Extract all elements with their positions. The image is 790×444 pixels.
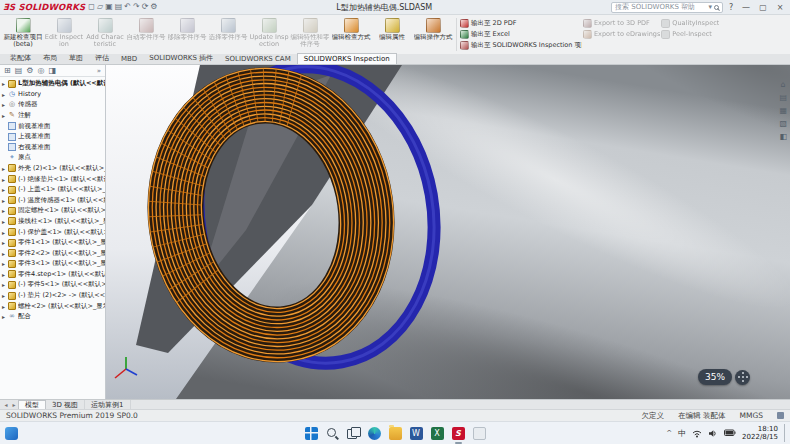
export-sw-inspection-project-button[interactable]: 输出至 SOLIDWORKS Inspection 项目: [460, 40, 582, 50]
feature-tree-item[interactable]: 零件2<2> (默认<<默认>_显示状态: [0, 248, 105, 259]
edit-inspection-method-button[interactable]: 编辑检查方式: [331, 16, 371, 53]
dimxpertmanager-tab-icon[interactable]: ◎: [37, 67, 44, 75]
search-input[interactable]: 搜索 SOLIDWORKS 帮助: [611, 2, 723, 13]
3d-model-view[interactable]: [106, 65, 790, 399]
search-icon[interactable]: [326, 427, 339, 440]
feature-tree-item[interactable]: 上视基准面: [0, 131, 105, 142]
status-tag-icon[interactable]: [777, 412, 784, 419]
feature-tree-item[interactable]: History: [0, 89, 105, 100]
tab-3d-views[interactable]: 3D 视图: [46, 400, 85, 409]
peelinspect-button[interactable]: Peel-Inspect: [661, 29, 719, 39]
maximize-button[interactable]: ▢: [756, 0, 770, 15]
open-file-icon[interactable]: ▱: [97, 3, 103, 11]
feature-tree-item[interactable]: 右视基准面: [0, 142, 105, 153]
featuremanager-tree-tab-icon[interactable]: ⊞: [4, 67, 11, 75]
feature-tree-item[interactable]: (-) 保护盖<1> (默认<<默认>_显示状: [0, 227, 105, 238]
feature-tree-item[interactable]: 前视基准面: [0, 121, 105, 132]
close-button[interactable]: ×: [773, 0, 787, 15]
ime-indicator[interactable]: 中: [678, 428, 686, 439]
edit-properties-button[interactable]: 编辑属性: [372, 16, 412, 53]
feature-tree-item[interactable]: 螺栓<2> (默认<<默认>_显示状态-: [0, 301, 105, 312]
appearances-icon[interactable]: ◧: [779, 133, 787, 141]
tab-mbd[interactable]: MBD: [115, 54, 143, 64]
taskview-icon[interactable]: [347, 427, 360, 440]
propertymanager-tab-icon[interactable]: ▤: [15, 67, 23, 75]
edit-inspection-button[interactable]: Edit Inspection: [44, 16, 84, 53]
tab-sketch[interactable]: 草图: [63, 52, 89, 64]
volume-icon[interactable]: [708, 429, 718, 438]
add-characteristic-button[interactable]: Add Characteristic: [85, 16, 125, 53]
tab-model[interactable]: 模型: [18, 400, 46, 409]
export-edrawings-button[interactable]: Export to eDrawings: [583, 29, 660, 39]
export-2d-pdf-button[interactable]: 输出至 2D PDF: [460, 18, 582, 28]
update-inspection-button[interactable]: Update Inspection: [249, 16, 289, 53]
tab-layout[interactable]: 布局: [37, 52, 63, 64]
feature-tree-item[interactable]: 零件1<1> (默认<<默认>_显示状态-: [0, 237, 105, 248]
battery-icon[interactable]: [724, 429, 736, 437]
feature-tree-item[interactable]: 原点: [0, 153, 105, 164]
feature-tree-item[interactable]: (-) 温度传感器<1> (默认<<默认>_显: [0, 195, 105, 206]
feature-tree-item[interactable]: 传感器: [0, 100, 105, 111]
edit-characteristics-balloons-button[interactable]: 编辑特性和零件序号: [290, 16, 330, 53]
feature-tree-item[interactable]: (-) 绝缘垫片<1> (默认<<默认>_显示状: [0, 174, 105, 185]
configurationmanager-tab-icon[interactable]: ⚙: [26, 67, 33, 75]
feature-tree-item[interactable]: 配合: [0, 311, 105, 322]
feature-tree-item[interactable]: 外壳 (2)<1> (默认<<默认>_显示状态-1: [0, 163, 105, 174]
displaymanager-tab-icon[interactable]: ◨: [48, 67, 56, 75]
word-icon[interactable]: [410, 427, 423, 440]
new-file-icon[interactable]: ◻: [88, 3, 95, 11]
excel-icon[interactable]: [431, 427, 444, 440]
tab-sw-addins[interactable]: SOLIDWORKS 插件: [143, 52, 219, 64]
wifi-icon[interactable]: [692, 429, 702, 438]
taskbar-clock[interactable]: 18:10 2022/8/15: [742, 425, 778, 441]
tab-sw-inspection[interactable]: SOLIDWORKS Inspection: [297, 53, 397, 64]
help-button[interactable]: ?: [726, 3, 736, 12]
tab-sw-cam[interactable]: SOLIDWORKS CAM: [219, 54, 297, 64]
rebuild-icon[interactable]: ⟳: [142, 3, 149, 11]
export-3d-pdf-button[interactable]: Export to 3D PDF: [583, 18, 660, 28]
qualityinspect-button[interactable]: QualityInspect: [661, 18, 719, 28]
units-indicator[interactable]: MMGS: [739, 411, 763, 420]
feature-tree-item[interactable]: (-) 零件5<1> (默认<<默认>_显示状: [0, 280, 105, 291]
file-explorer-pane-icon[interactable]: ▦: [779, 107, 787, 115]
tab-motion-study[interactable]: 运动算例1: [85, 400, 130, 409]
chevron-down-icon[interactable]: [708, 3, 712, 11]
tab-assembly[interactable]: 装配体: [4, 52, 37, 64]
feature-tree-item[interactable]: 接线柱<1> (默认<<默认>_显示状态: [0, 216, 105, 227]
feature-tree-root[interactable]: L型加热辅热电偶 (默认<<默认>_显示状态-1: [0, 78, 105, 89]
widgets-icon[interactable]: [5, 427, 18, 440]
save-icon[interactable]: ▣: [105, 3, 113, 11]
feature-tree-item[interactable]: (-) 上盖<1> (默认<<默认>_显示状态-: [0, 184, 105, 195]
feature-tree-item[interactable]: 固定螺栓<1> (默认<<默认>_显示状: [0, 206, 105, 217]
notepad-icon[interactable]: [473, 427, 486, 440]
feature-tree-item[interactable]: 注解: [0, 110, 105, 121]
export-excel-button[interactable]: 输出至 Excel: [460, 29, 582, 39]
minimize-button[interactable]: —: [739, 0, 753, 15]
feature-tree-item[interactable]: 零件3<1> (默认<<默认>_显示状态: [0, 259, 105, 270]
view-palette-icon[interactable]: ▧: [779, 120, 787, 128]
task-pane-resources-icon[interactable]: ⌂: [781, 81, 786, 89]
redo-icon[interactable]: ↷: [133, 3, 140, 11]
new-inspection-project-button[interactable]: 新建检查项目 (beta): [3, 16, 43, 53]
feature-tree-item[interactable]: (-) 垫片 (2)<2> -> (默认<<默认>_显: [0, 290, 105, 301]
print-icon[interactable]: ▤: [115, 3, 123, 11]
select-balloons-button[interactable]: 选择零件序号: [208, 16, 248, 53]
design-library-icon[interactable]: ▤: [779, 94, 787, 102]
auto-balloon-button[interactable]: 自动零件序号: [126, 16, 166, 53]
start-icon[interactable]: [305, 427, 318, 440]
options-icon[interactable]: ⚙: [150, 3, 157, 11]
undo-icon[interactable]: ↶: [124, 3, 131, 11]
tab-scroll-left-icon[interactable]: [2, 401, 10, 408]
remove-balloons-button[interactable]: 移除零件序号: [167, 16, 207, 53]
solidworks-icon[interactable]: [452, 427, 465, 440]
panel-overflow-icon[interactable]: [97, 67, 101, 75]
feature-tree-item[interactable]: 零件4.step<1> (默认<<默认>_显示: [0, 269, 105, 280]
zoom-joystick[interactable]: [735, 370, 750, 385]
tab-evaluate[interactable]: 评估: [89, 52, 115, 64]
explorer-icon[interactable]: [389, 427, 402, 440]
edit-operation-method-button[interactable]: 编辑操作方式: [413, 16, 453, 53]
show-desktop-button[interactable]: [784, 424, 787, 442]
graphics-area[interactable]: ⌂▤▦▧◧ 35%: [106, 65, 790, 399]
tray-overflow-ic[interactable]: ^: [666, 429, 672, 437]
edge-icon[interactable]: [368, 427, 381, 440]
